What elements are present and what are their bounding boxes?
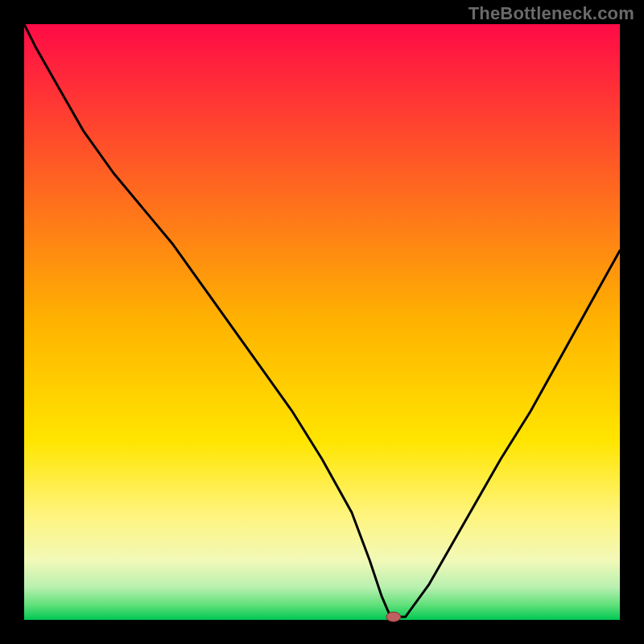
chart-svg — [0, 0, 644, 644]
plot-background — [24, 24, 620, 620]
watermark-text: TheBottleneck.com — [469, 3, 634, 24]
chart-stage: TheBottleneck.com — [0, 0, 644, 644]
current-point-marker — [386, 612, 401, 621]
